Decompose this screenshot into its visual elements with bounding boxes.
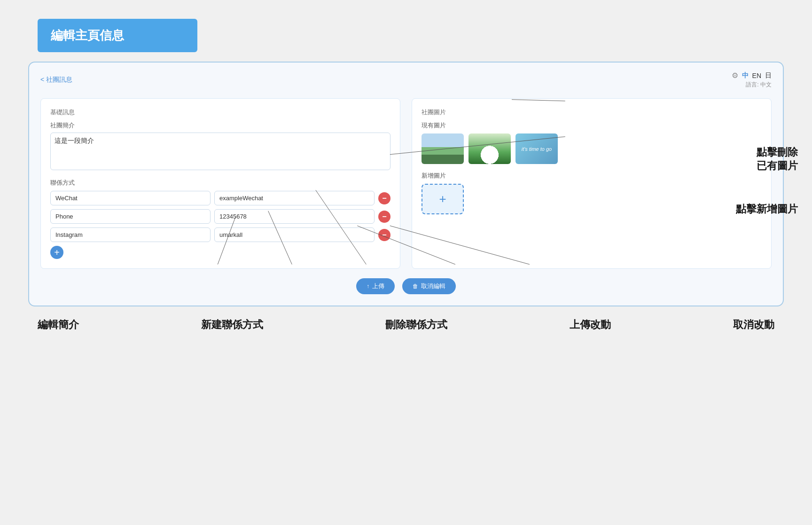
lang-option-zh[interactable]: 中 (742, 71, 749, 80)
upload-button[interactable]: ↑ 上傳 (356, 278, 395, 294)
delete-phone-button[interactable]: − (378, 211, 390, 223)
contact-value-wechat[interactable] (214, 191, 375, 205)
plus-icon: + (439, 192, 446, 206)
contact-type-phone[interactable] (50, 209, 211, 224)
ann-edit-bio: 編輯簡介 (38, 318, 79, 332)
lang-switcher: ⚙ 中 EN 日 語言: 中文 (732, 71, 772, 89)
basic-info-label: 基礎訊息 (50, 108, 390, 117)
trash-icon: 🗑 (413, 283, 418, 290)
annotation-delete-image: 點擊刪除已有圖片 (757, 146, 798, 172)
bio-label: 社團簡介 (50, 121, 390, 130)
thumb-image-1[interactable] (422, 133, 464, 164)
ann-delete-contact: 刪除聯係方式 (385, 318, 447, 332)
page-title-bar: 編輯主頁信息 (38, 19, 197, 52)
ann-new-contact: 新建聯係方式 (201, 318, 263, 332)
right-panel: 社團圖片 現有圖片 it's time to go 新增圖片 + (412, 98, 772, 269)
contact-type-wechat[interactable] (50, 191, 211, 205)
content-columns: 基礎訊息 社團簡介 這是一段簡介 聯係方式 − − (40, 98, 772, 269)
ann-upload-changes: 上傳改動 (570, 318, 611, 332)
bottom-buttons: ↑ 上傳 🗑 取消編輯 (40, 278, 772, 294)
cancel-label: 取消編輯 (421, 282, 445, 290)
images-section-label: 社團圖片 (422, 108, 762, 117)
delete-instagram-button[interactable]: − (378, 229, 390, 241)
upload-icon: ↑ (367, 283, 369, 290)
contact-label: 聯係方式 (50, 179, 390, 187)
cancel-button[interactable]: 🗑 取消編輯 (402, 278, 456, 294)
annotation-add-image: 點擊新增圖片 (736, 202, 798, 216)
left-panel: 基礎訊息 社團簡介 這是一段簡介 聯係方式 − − (40, 98, 400, 269)
contact-row-wechat: − (50, 191, 390, 205)
delete-wechat-button[interactable]: − (378, 192, 390, 204)
lang-option-en[interactable]: EN (752, 72, 761, 79)
current-images-row: it's time to go (422, 133, 762, 164)
ann-cancel-changes: 取消改動 (733, 318, 774, 332)
lang-label: 語言: 中文 (746, 81, 772, 89)
upload-label: 上傳 (372, 282, 384, 290)
contact-row-phone: − (50, 209, 390, 224)
bio-textarea[interactable]: 這是一段簡介 (50, 133, 390, 170)
inner-nav: 社團訊息 ⚙ 中 EN 日 語言: 中文 (40, 71, 772, 89)
thumb-image-2[interactable] (468, 133, 511, 164)
back-link[interactable]: 社團訊息 (40, 76, 72, 84)
contact-type-instagram[interactable] (50, 227, 211, 242)
main-app-window: 社團訊息 ⚙ 中 EN 日 語言: 中文 基礎訊息 社團簡介 這是一段簡介 聯係… (28, 62, 784, 306)
page-title: 編輯主頁信息 (51, 27, 184, 44)
gear-icon: ⚙ (732, 71, 738, 80)
add-image-button[interactable]: + (422, 184, 464, 214)
contact-value-phone[interactable] (214, 209, 375, 224)
current-images-label: 現有圖片 (422, 121, 762, 130)
lang-option-ja[interactable]: 日 (765, 71, 772, 80)
bottom-annotations: 編輯簡介 新建聯係方式 刪除聯係方式 上傳改動 取消改動 (0, 311, 812, 332)
new-images-label: 新增圖片 (422, 172, 762, 180)
thumb-image-3[interactable]: it's time to go (515, 133, 558, 164)
contact-value-instagram[interactable] (214, 227, 375, 242)
add-contact-button[interactable]: + (50, 246, 63, 259)
contact-row-instagram: − (50, 227, 390, 242)
